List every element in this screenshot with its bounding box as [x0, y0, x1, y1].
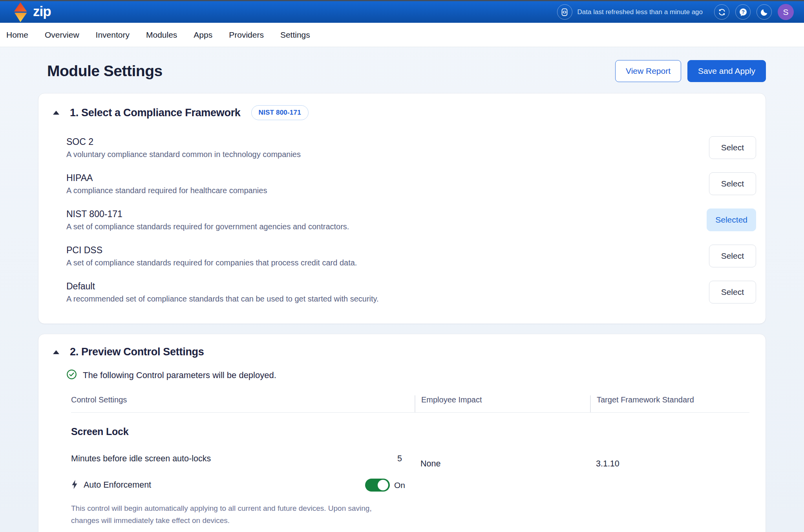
dark-mode-icon[interactable] — [756, 4, 772, 20]
main-content: Module Settings View Report Save and App… — [0, 59, 804, 532]
collapse-caret-icon[interactable] — [53, 350, 59, 354]
framework-section-header: 1. Select a Compliance Framework NIST 80… — [51, 105, 756, 120]
framework-name: Default — [66, 281, 379, 292]
select-button-soc2[interactable]: Select — [709, 136, 756, 159]
zip-logo[interactable]: zip — [12, 2, 51, 22]
refresh-icon[interactable] — [714, 4, 729, 20]
idle-lock-parameter-label: Minutes before idle screen auto-locks — [71, 454, 211, 464]
framework-description: A set of compliance standards required f… — [66, 258, 357, 267]
framework-section-card: 1. Select a Compliance Framework NIST 80… — [38, 93, 766, 324]
nav-item-providers[interactable]: Providers — [229, 30, 264, 40]
idle-lock-parameter-value: 5 — [397, 454, 402, 464]
column-header-target-framework-standard: Target Framework Standard — [590, 395, 756, 412]
enforcement-note: This control will begin automatically ap… — [71, 503, 397, 527]
selected-framework-badge: NIST 800-171 — [251, 105, 309, 120]
framework-name: HIPAA — [66, 173, 267, 183]
preview-section-header: 2. Preview Control Settings — [51, 346, 756, 358]
framework-option-pcidss: PCI DSS A set of compliance standards re… — [66, 238, 756, 274]
zip-logo-text: zip — [33, 4, 51, 20]
framework-options-list: SOC 2 A voluntary compliance standard co… — [66, 130, 756, 310]
preview-section-title: 2. Preview Control Settings — [70, 346, 204, 358]
data-sync-icon[interactable] — [557, 4, 572, 20]
topbar-actions: Data last refreshed less than a minute a… — [557, 4, 794, 20]
deploy-status-message: The following Control parameters will be… — [83, 370, 276, 380]
table-body-row: Screen Lock Minutes before idle screen a… — [71, 413, 756, 527]
zip-logo-icon — [12, 2, 29, 22]
framework-name: NIST 800-171 — [66, 209, 349, 219]
svg-text:?: ? — [742, 9, 745, 15]
page-title: Module Settings — [38, 62, 163, 80]
auto-enforcement-label: Auto Enforcement — [84, 480, 151, 490]
table-header-row: Control Settings Employee Impact Target … — [71, 395, 756, 412]
control-settings-table: Control Settings Employee Impact Target … — [71, 395, 756, 527]
lightning-bolt-icon — [71, 479, 78, 491]
nav-item-home[interactable]: Home — [6, 30, 28, 40]
column-header-control-settings: Control Settings — [71, 395, 415, 412]
auto-enforcement-state: On — [394, 481, 405, 490]
toggle-knob — [378, 480, 388, 490]
check-circle-icon — [66, 369, 77, 381]
avatar[interactable]: S — [778, 4, 794, 20]
save-and-apply-button[interactable]: Save and Apply — [687, 60, 766, 82]
deploy-status-row: The following Control parameters will be… — [66, 369, 756, 381]
column-header-employee-impact: Employee Impact — [415, 395, 590, 412]
auto-enforcement-toggle[interactable] — [365, 479, 390, 492]
page-header: Module Settings View Report Save and App… — [38, 59, 766, 83]
framework-description: A compliance standard required for healt… — [66, 186, 267, 195]
auto-enforcement-row: Auto Enforcement On — [71, 479, 415, 492]
select-button-default[interactable]: Select — [709, 281, 756, 303]
framework-section-title: 1. Select a Compliance Framework — [70, 107, 241, 119]
framework-option-default: Default A recommended set of compliance … — [66, 274, 756, 310]
refresh-status-chip: Data last refreshed less than a minute a… — [557, 4, 703, 20]
control-group-title: Screen Lock — [71, 426, 415, 437]
top-bar: zip Data last refreshed less than a minu… — [0, 0, 804, 23]
nav-item-apps[interactable]: Apps — [194, 30, 212, 40]
header-actions: View Report Save and Apply — [615, 60, 766, 82]
framework-option-nist: NIST 800-171 A set of compliance standar… — [66, 202, 756, 238]
view-report-button[interactable]: View Report — [615, 60, 681, 82]
collapse-caret-icon[interactable] — [53, 111, 59, 115]
framework-name: PCI DSS — [66, 245, 357, 256]
select-button-pcidss[interactable]: Select — [709, 245, 756, 267]
idle-lock-parameter-row: Minutes before idle screen auto-locks 5 — [71, 454, 415, 464]
help-icon[interactable]: ? — [735, 4, 751, 20]
employee-impact-value: None — [415, 413, 590, 527]
preview-section-card: 2. Preview Control Settings The followin… — [38, 334, 766, 532]
nav-item-modules[interactable]: Modules — [146, 30, 177, 40]
primary-nav: Home Overview Inventory Modules Apps Pro… — [0, 23, 804, 47]
nav-item-settings[interactable]: Settings — [280, 30, 310, 40]
framework-name: SOC 2 — [66, 137, 301, 147]
target-standard-value: 3.1.10 — [590, 413, 756, 527]
nav-item-inventory[interactable]: Inventory — [96, 30, 130, 40]
selected-button-nist[interactable]: Selected — [707, 208, 756, 231]
select-button-hipaa[interactable]: Select — [709, 172, 756, 195]
refresh-status-text: Data last refreshed less than a minute a… — [577, 8, 703, 16]
nav-item-overview[interactable]: Overview — [45, 30, 79, 40]
framework-option-hipaa: HIPAA A compliance standard required for… — [66, 166, 756, 202]
framework-description: A set of compliance standards required f… — [66, 222, 349, 231]
framework-description: A recommended set of compliance standard… — [66, 294, 379, 303]
framework-option-soc2: SOC 2 A voluntary compliance standard co… — [66, 130, 756, 166]
framework-description: A voluntary compliance standard common i… — [66, 150, 301, 159]
